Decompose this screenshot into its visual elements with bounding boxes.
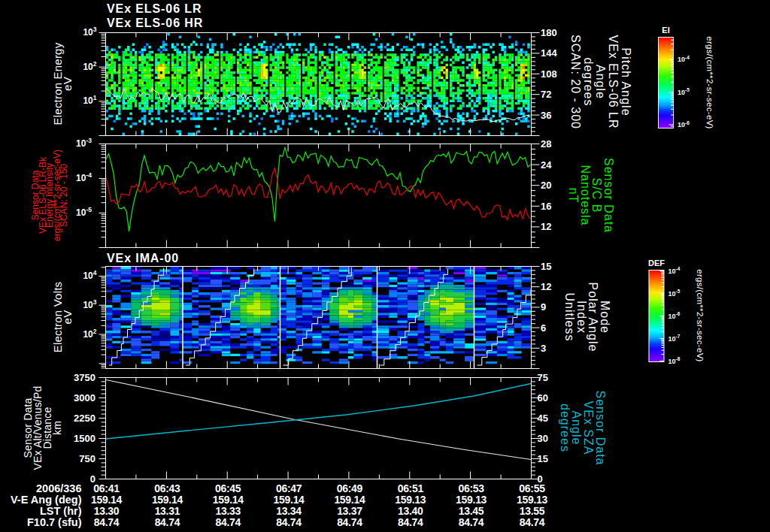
svg-text:159.13: 159.13 bbox=[456, 494, 487, 506]
svg-text:S/C B: S/C B bbox=[590, 178, 603, 213]
svg-text:km: km bbox=[51, 421, 63, 435]
svg-text:15: 15 bbox=[538, 453, 548, 464]
svg-text:VEx ELS-06 LR: VEx ELS-06 LR bbox=[107, 2, 202, 15]
svg-text:159.14: 159.14 bbox=[213, 494, 244, 506]
svg-text:13.30: 13.30 bbox=[94, 505, 120, 517]
svg-text:LST (hr): LST (hr) bbox=[40, 505, 82, 517]
svg-text:36: 36 bbox=[541, 110, 551, 121]
svg-text:84.74: 84.74 bbox=[276, 516, 302, 528]
svg-text:nT: nT bbox=[567, 188, 580, 204]
svg-text:15: 15 bbox=[541, 261, 551, 272]
svg-text:9: 9 bbox=[541, 301, 546, 313]
svg-text:2006/336: 2006/336 bbox=[36, 482, 81, 494]
svg-text:159.14: 159.14 bbox=[91, 494, 123, 506]
svg-text:13.33: 13.33 bbox=[215, 505, 241, 517]
svg-text:75: 75 bbox=[538, 372, 548, 383]
svg-text:Polar Angle: Polar Angle bbox=[587, 283, 599, 352]
svg-text:ergs/(cm**2-sr-sec-eV): ergs/(cm**2-sr-sec-eV) bbox=[705, 36, 714, 129]
svg-text:84.74: 84.74 bbox=[520, 516, 545, 528]
svg-text:06:53: 06:53 bbox=[458, 482, 484, 494]
svg-text:159.13: 159.13 bbox=[395, 494, 426, 506]
svg-text:EI: EI bbox=[662, 26, 669, 35]
svg-text:Pitch Angle: Pitch Angle bbox=[620, 47, 632, 116]
svg-text:108: 108 bbox=[541, 68, 557, 80]
svg-text:60: 60 bbox=[538, 392, 548, 404]
svg-text:13.31: 13.31 bbox=[155, 505, 180, 517]
svg-text:VEx IMA-00: VEx IMA-00 bbox=[107, 252, 179, 264]
svg-text:06:45: 06:45 bbox=[215, 482, 241, 494]
svg-text:84.74: 84.74 bbox=[337, 516, 362, 528]
svg-text:SCAN: 20 - 150: SCAN: 20 - 150 bbox=[59, 164, 69, 227]
svg-text:06:49: 06:49 bbox=[337, 482, 363, 494]
svg-text:72: 72 bbox=[541, 89, 551, 100]
svg-text:2250: 2250 bbox=[74, 413, 95, 424]
svg-text:Nanotesla: Nanotesla bbox=[579, 165, 592, 225]
svg-text:3000: 3000 bbox=[74, 392, 95, 404]
svg-text:13.37: 13.37 bbox=[337, 505, 362, 517]
svg-text:6: 6 bbox=[541, 322, 546, 334]
svg-text:180: 180 bbox=[541, 27, 557, 38]
svg-text:28: 28 bbox=[541, 138, 551, 150]
svg-text:159.13: 159.13 bbox=[517, 494, 548, 506]
svg-text:84.74: 84.74 bbox=[398, 516, 423, 528]
svg-text:06:47: 06:47 bbox=[276, 482, 302, 494]
svg-text:Angle: Angle bbox=[594, 65, 607, 99]
svg-text:84.74: 84.74 bbox=[94, 516, 120, 528]
svg-text:24: 24 bbox=[541, 159, 552, 171]
svg-text:SCAN: 20 - 300: SCAN: 20 - 300 bbox=[569, 35, 582, 129]
svg-text:13.55: 13.55 bbox=[520, 505, 545, 517]
svg-text:06:41: 06:41 bbox=[93, 482, 120, 494]
svg-text:159.14: 159.14 bbox=[334, 494, 365, 506]
svg-text:Mode: Mode bbox=[599, 301, 611, 334]
svg-text:VEx SZA: VEx SZA bbox=[582, 401, 595, 455]
svg-text:30: 30 bbox=[538, 433, 548, 444]
svg-text:F10.7 (sfu): F10.7 (sfu) bbox=[27, 516, 82, 528]
svg-text:V-E Ang (deg): V-E Ang (deg) bbox=[11, 494, 82, 506]
svg-text:Angle: Angle bbox=[570, 411, 583, 446]
svg-text:Index: Index bbox=[575, 301, 588, 334]
svg-text:159.14: 159.14 bbox=[274, 494, 305, 506]
svg-text:20: 20 bbox=[541, 180, 551, 191]
svg-text:06:55: 06:55 bbox=[519, 482, 545, 494]
svg-text:12: 12 bbox=[541, 221, 551, 232]
svg-text:eV: eV bbox=[61, 310, 74, 325]
svg-text:DEF: DEF bbox=[648, 258, 665, 268]
svg-text:16: 16 bbox=[541, 201, 551, 212]
svg-text:12: 12 bbox=[541, 281, 551, 292]
svg-text:13.45: 13.45 bbox=[459, 505, 484, 517]
svg-text:VEx ELS-06 LR: VEx ELS-06 LR bbox=[607, 35, 620, 128]
svg-text:750: 750 bbox=[79, 453, 95, 464]
svg-text:ergs/(cm**2-sr-sec-eV): ergs/(cm**2-sr-sec-eV) bbox=[696, 269, 705, 362]
svg-text:13.34: 13.34 bbox=[276, 505, 302, 517]
svg-text:84.74: 84.74 bbox=[215, 516, 241, 528]
svg-text:06:43: 06:43 bbox=[154, 482, 180, 494]
svg-text:VEx ELS-06 HR: VEx ELS-06 HR bbox=[107, 17, 203, 29]
svg-text:06:51: 06:51 bbox=[398, 482, 424, 494]
svg-text:degrees: degrees bbox=[559, 404, 571, 452]
svg-text:45: 45 bbox=[538, 413, 548, 424]
svg-text:eV: eV bbox=[61, 77, 74, 91]
svg-text:Sensor Data: Sensor Data bbox=[594, 391, 607, 466]
svg-text:degrees: degrees bbox=[582, 58, 595, 107]
svg-text:3750: 3750 bbox=[74, 372, 95, 383]
svg-text:84.74: 84.74 bbox=[459, 516, 484, 528]
svg-text:1500: 1500 bbox=[74, 433, 95, 444]
svg-text:3: 3 bbox=[541, 343, 546, 354]
svg-text:13.40: 13.40 bbox=[398, 505, 423, 517]
svg-text:144: 144 bbox=[541, 47, 557, 59]
svg-text:Unitless: Unitless bbox=[563, 293, 576, 342]
svg-text:Sensor Data: Sensor Data bbox=[602, 158, 615, 233]
svg-text:84.74: 84.74 bbox=[155, 516, 180, 528]
svg-text:159.14: 159.14 bbox=[152, 494, 183, 506]
